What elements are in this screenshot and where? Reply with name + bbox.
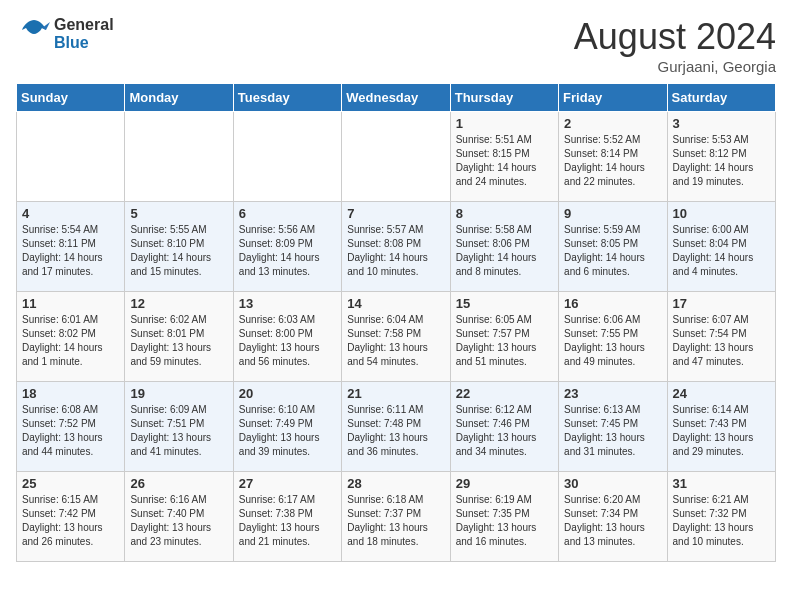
col-thursday: Thursday bbox=[450, 84, 558, 112]
calendar-cell bbox=[342, 112, 450, 202]
calendar-cell: 26Sunrise: 6:16 AMSunset: 7:40 PMDayligh… bbox=[125, 472, 233, 562]
day-number: 29 bbox=[456, 476, 553, 491]
calendar-cell: 24Sunrise: 6:14 AMSunset: 7:43 PMDayligh… bbox=[667, 382, 775, 472]
day-info: Sunrise: 5:51 AMSunset: 8:15 PMDaylight:… bbox=[456, 133, 553, 189]
calendar-cell: 11Sunrise: 6:01 AMSunset: 8:02 PMDayligh… bbox=[17, 292, 125, 382]
location: Gurjaani, Georgia bbox=[574, 58, 776, 75]
calendar-cell: 14Sunrise: 6:04 AMSunset: 7:58 PMDayligh… bbox=[342, 292, 450, 382]
calendar-week-1: 1Sunrise: 5:51 AMSunset: 8:15 PMDaylight… bbox=[17, 112, 776, 202]
day-info: Sunrise: 5:58 AMSunset: 8:06 PMDaylight:… bbox=[456, 223, 553, 279]
day-info: Sunrise: 6:03 AMSunset: 8:00 PMDaylight:… bbox=[239, 313, 336, 369]
calendar-cell: 2Sunrise: 5:52 AMSunset: 8:14 PMDaylight… bbox=[559, 112, 667, 202]
day-info: Sunrise: 5:56 AMSunset: 8:09 PMDaylight:… bbox=[239, 223, 336, 279]
day-number: 1 bbox=[456, 116, 553, 131]
logo-name: General Blue bbox=[54, 16, 114, 52]
day-number: 25 bbox=[22, 476, 119, 491]
logo-general: General bbox=[54, 16, 114, 33]
calendar-cell: 22Sunrise: 6:12 AMSunset: 7:46 PMDayligh… bbox=[450, 382, 558, 472]
page-container: General Blue August 2024 Gurjaani, Georg… bbox=[16, 16, 776, 562]
day-info: Sunrise: 6:16 AMSunset: 7:40 PMDaylight:… bbox=[130, 493, 227, 549]
day-number: 27 bbox=[239, 476, 336, 491]
day-info: Sunrise: 6:05 AMSunset: 7:57 PMDaylight:… bbox=[456, 313, 553, 369]
day-info: Sunrise: 6:06 AMSunset: 7:55 PMDaylight:… bbox=[564, 313, 661, 369]
day-info: Sunrise: 6:02 AMSunset: 8:01 PMDaylight:… bbox=[130, 313, 227, 369]
day-info: Sunrise: 6:21 AMSunset: 7:32 PMDaylight:… bbox=[673, 493, 770, 549]
calendar-cell: 3Sunrise: 5:53 AMSunset: 8:12 PMDaylight… bbox=[667, 112, 775, 202]
calendar-cell bbox=[125, 112, 233, 202]
day-info: Sunrise: 5:52 AMSunset: 8:14 PMDaylight:… bbox=[564, 133, 661, 189]
col-wednesday: Wednesday bbox=[342, 84, 450, 112]
calendar-table: Sunday Monday Tuesday Wednesday Thursday… bbox=[16, 83, 776, 562]
day-number: 9 bbox=[564, 206, 661, 221]
calendar-cell: 9Sunrise: 5:59 AMSunset: 8:05 PMDaylight… bbox=[559, 202, 667, 292]
calendar-cell: 19Sunrise: 6:09 AMSunset: 7:51 PMDayligh… bbox=[125, 382, 233, 472]
calendar-cell: 20Sunrise: 6:10 AMSunset: 7:49 PMDayligh… bbox=[233, 382, 341, 472]
day-info: Sunrise: 5:53 AMSunset: 8:12 PMDaylight:… bbox=[673, 133, 770, 189]
col-friday: Friday bbox=[559, 84, 667, 112]
day-number: 10 bbox=[673, 206, 770, 221]
logo-blue: Blue bbox=[54, 34, 89, 51]
day-number: 23 bbox=[564, 386, 661, 401]
calendar-week-3: 11Sunrise: 6:01 AMSunset: 8:02 PMDayligh… bbox=[17, 292, 776, 382]
calendar-cell: 25Sunrise: 6:15 AMSunset: 7:42 PMDayligh… bbox=[17, 472, 125, 562]
calendar-cell: 15Sunrise: 6:05 AMSunset: 7:57 PMDayligh… bbox=[450, 292, 558, 382]
day-number: 7 bbox=[347, 206, 444, 221]
day-number: 30 bbox=[564, 476, 661, 491]
day-number: 4 bbox=[22, 206, 119, 221]
day-info: Sunrise: 6:20 AMSunset: 7:34 PMDaylight:… bbox=[564, 493, 661, 549]
calendar-cell: 27Sunrise: 6:17 AMSunset: 7:38 PMDayligh… bbox=[233, 472, 341, 562]
title-block: August 2024 Gurjaani, Georgia bbox=[574, 16, 776, 75]
col-saturday: Saturday bbox=[667, 84, 775, 112]
calendar-week-5: 25Sunrise: 6:15 AMSunset: 7:42 PMDayligh… bbox=[17, 472, 776, 562]
day-number: 28 bbox=[347, 476, 444, 491]
day-number: 26 bbox=[130, 476, 227, 491]
day-number: 3 bbox=[673, 116, 770, 131]
calendar-cell: 31Sunrise: 6:21 AMSunset: 7:32 PMDayligh… bbox=[667, 472, 775, 562]
calendar-cell: 28Sunrise: 6:18 AMSunset: 7:37 PMDayligh… bbox=[342, 472, 450, 562]
calendar-cell: 12Sunrise: 6:02 AMSunset: 8:01 PMDayligh… bbox=[125, 292, 233, 382]
day-number: 31 bbox=[673, 476, 770, 491]
day-number: 20 bbox=[239, 386, 336, 401]
day-info: Sunrise: 6:00 AMSunset: 8:04 PMDaylight:… bbox=[673, 223, 770, 279]
col-sunday: Sunday bbox=[17, 84, 125, 112]
calendar-week-2: 4Sunrise: 5:54 AMSunset: 8:11 PMDaylight… bbox=[17, 202, 776, 292]
header-row: Sunday Monday Tuesday Wednesday Thursday… bbox=[17, 84, 776, 112]
calendar-cell bbox=[17, 112, 125, 202]
day-number: 24 bbox=[673, 386, 770, 401]
day-info: Sunrise: 6:10 AMSunset: 7:49 PMDaylight:… bbox=[239, 403, 336, 459]
calendar-cell: 10Sunrise: 6:00 AMSunset: 8:04 PMDayligh… bbox=[667, 202, 775, 292]
calendar-cell: 30Sunrise: 6:20 AMSunset: 7:34 PMDayligh… bbox=[559, 472, 667, 562]
month-title: August 2024 bbox=[574, 16, 776, 58]
day-number: 2 bbox=[564, 116, 661, 131]
day-number: 16 bbox=[564, 296, 661, 311]
calendar-cell: 16Sunrise: 6:06 AMSunset: 7:55 PMDayligh… bbox=[559, 292, 667, 382]
calendar-cell: 21Sunrise: 6:11 AMSunset: 7:48 PMDayligh… bbox=[342, 382, 450, 472]
day-info: Sunrise: 6:17 AMSunset: 7:38 PMDaylight:… bbox=[239, 493, 336, 549]
logo-bird-icon bbox=[16, 16, 52, 52]
day-info: Sunrise: 6:19 AMSunset: 7:35 PMDaylight:… bbox=[456, 493, 553, 549]
logo-text-block: General Blue bbox=[16, 16, 114, 52]
day-info: Sunrise: 5:54 AMSunset: 8:11 PMDaylight:… bbox=[22, 223, 119, 279]
day-number: 11 bbox=[22, 296, 119, 311]
calendar-cell: 13Sunrise: 6:03 AMSunset: 8:00 PMDayligh… bbox=[233, 292, 341, 382]
day-info: Sunrise: 6:09 AMSunset: 7:51 PMDaylight:… bbox=[130, 403, 227, 459]
calendar-cell: 17Sunrise: 6:07 AMSunset: 7:54 PMDayligh… bbox=[667, 292, 775, 382]
day-info: Sunrise: 6:11 AMSunset: 7:48 PMDaylight:… bbox=[347, 403, 444, 459]
calendar-cell: 6Sunrise: 5:56 AMSunset: 8:09 PMDaylight… bbox=[233, 202, 341, 292]
col-tuesday: Tuesday bbox=[233, 84, 341, 112]
day-number: 14 bbox=[347, 296, 444, 311]
day-number: 22 bbox=[456, 386, 553, 401]
day-number: 12 bbox=[130, 296, 227, 311]
calendar-cell: 7Sunrise: 5:57 AMSunset: 8:08 PMDaylight… bbox=[342, 202, 450, 292]
day-info: Sunrise: 5:59 AMSunset: 8:05 PMDaylight:… bbox=[564, 223, 661, 279]
calendar-week-4: 18Sunrise: 6:08 AMSunset: 7:52 PMDayligh… bbox=[17, 382, 776, 472]
day-info: Sunrise: 6:15 AMSunset: 7:42 PMDaylight:… bbox=[22, 493, 119, 549]
calendar-cell: 23Sunrise: 6:13 AMSunset: 7:45 PMDayligh… bbox=[559, 382, 667, 472]
day-info: Sunrise: 6:18 AMSunset: 7:37 PMDaylight:… bbox=[347, 493, 444, 549]
day-number: 5 bbox=[130, 206, 227, 221]
day-info: Sunrise: 6:08 AMSunset: 7:52 PMDaylight:… bbox=[22, 403, 119, 459]
day-info: Sunrise: 5:57 AMSunset: 8:08 PMDaylight:… bbox=[347, 223, 444, 279]
day-number: 6 bbox=[239, 206, 336, 221]
day-number: 15 bbox=[456, 296, 553, 311]
day-number: 13 bbox=[239, 296, 336, 311]
